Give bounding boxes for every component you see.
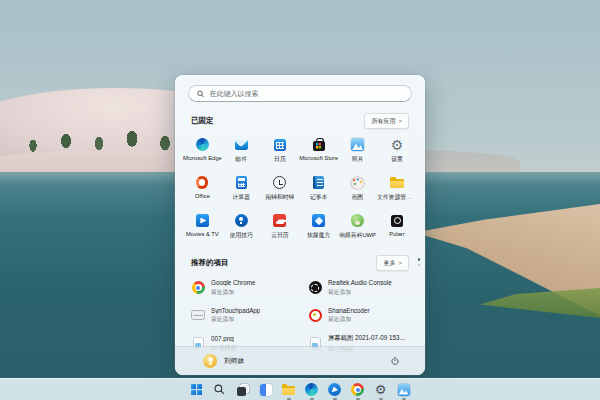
folder-icon xyxy=(282,385,295,395)
shana-icon xyxy=(309,309,322,322)
user-account-button[interactable]: 刘师姝 xyxy=(197,351,250,371)
realtek-icon xyxy=(309,281,322,294)
rec-subtitle: 最近添加 xyxy=(211,288,255,297)
search-icon xyxy=(214,384,225,395)
recommended-grid: Google Chrome 最近添加 Realtek Audio Console… xyxy=(175,271,425,357)
app-label: 画图 xyxy=(352,193,364,202)
pinned-app-mofang[interactable]: 软媒魔方 xyxy=(299,209,338,244)
store-icon xyxy=(313,141,325,151)
recommended-item-realtek[interactable]: Realtek Audio Console 最近添加 xyxy=(302,276,415,300)
recommended-item-syntouchpad[interactable]: SynTouchpadApp 最近添加 xyxy=(185,304,298,328)
edge-icon xyxy=(196,138,209,151)
pinned-app-polarr[interactable]: Polarr xyxy=(377,209,417,244)
calendar-icon xyxy=(274,139,286,151)
power-icon xyxy=(390,356,400,366)
settings-gear-icon: ⚙ xyxy=(391,138,404,152)
edge-icon xyxy=(305,383,318,396)
mail-icon xyxy=(235,140,248,150)
folder-icon xyxy=(390,177,404,188)
search-icon xyxy=(197,90,205,98)
pinned-app-calculator[interactable]: 计算器 xyxy=(222,171,261,206)
app-label: Microsoft Edge xyxy=(183,155,222,161)
start-search-box[interactable] xyxy=(188,85,412,102)
app-label: 使用技巧 xyxy=(230,231,253,240)
all-apps-label: 所有应用 xyxy=(371,117,395,126)
all-apps-button[interactable]: 所有应用 > xyxy=(364,113,409,129)
pinned-app-office[interactable]: Office xyxy=(183,171,222,206)
app-label: 软媒魔方 xyxy=(307,231,330,240)
widgets-icon xyxy=(260,384,272,396)
pinned-header: 已固定 xyxy=(191,116,214,126)
rec-subtitle: 最近添加 xyxy=(211,315,260,324)
movies-tv-icon xyxy=(196,214,209,227)
taskbar: ⚙ xyxy=(0,378,600,400)
start-menu: 已固定 所有应用 > Microsoft Edge 邮件 日历 Microsof… xyxy=(175,75,425,375)
taskbar-edge[interactable] xyxy=(305,383,319,397)
app-label: 萌娘百科UWP xyxy=(339,231,376,240)
office-icon xyxy=(196,176,208,189)
photos-icon xyxy=(351,138,364,151)
pinned-app-cloud-calendar[interactable]: 云日历 xyxy=(261,209,300,244)
app-label: 日历 xyxy=(274,155,286,164)
calculator-icon xyxy=(236,176,247,189)
pinned-app-notepad[interactable]: 记事本 xyxy=(299,171,338,206)
app-label: 邮件 xyxy=(235,155,247,164)
pinned-app-edge[interactable]: Microsoft Edge xyxy=(183,133,222,168)
taskbar-search-button[interactable] xyxy=(213,383,227,397)
chrome-icon xyxy=(192,281,205,294)
pinned-app-file-explorer[interactable]: 文件资源管理器 xyxy=(377,171,417,206)
rec-title: ShanaEncoder xyxy=(328,307,370,314)
paint-icon xyxy=(351,177,364,189)
desktop: 已固定 所有应用 > Microsoft Edge 邮件 日历 Microsof… xyxy=(0,0,600,400)
start-button[interactable] xyxy=(190,383,204,397)
pinned-apps-grid: Microsoft Edge 邮件 日历 Microsoft Store 照片 … xyxy=(175,129,425,244)
pinned-app-photos[interactable]: 照片 xyxy=(338,133,377,168)
taskbar-file-explorer[interactable] xyxy=(282,383,296,397)
cloud-calendar-icon xyxy=(273,214,286,227)
more-button[interactable]: 更多 > xyxy=(376,255,409,271)
taskbar-chrome[interactable] xyxy=(351,383,365,397)
pinned-app-settings[interactable]: ⚙ 设置 xyxy=(377,133,417,168)
pinned-app-mail[interactable]: 邮件 xyxy=(222,133,261,168)
user-name: 刘师姝 xyxy=(224,356,244,366)
app-label: 设置 xyxy=(391,155,403,164)
start-menu-footer: 刘师姝 xyxy=(175,346,425,375)
power-button[interactable] xyxy=(387,353,403,369)
rec-title: 007.png xyxy=(211,335,236,342)
chevron-right-icon: > xyxy=(398,260,402,266)
task-view-button[interactable] xyxy=(236,383,250,397)
rec-title: Google Chrome xyxy=(211,279,255,286)
app-label: 文件资源管理器 xyxy=(377,193,417,202)
moegirl-icon xyxy=(351,214,364,227)
pinned-app-moegirl[interactable]: 萌娘百科UWP xyxy=(338,209,377,244)
recommended-header: 推荐的项目 xyxy=(191,258,229,268)
polarr-icon xyxy=(391,215,403,227)
pinned-app-store[interactable]: Microsoft Store xyxy=(299,133,338,168)
taskbar-settings[interactable]: ⚙ xyxy=(374,383,388,397)
recommended-item-chrome[interactable]: Google Chrome 最近添加 xyxy=(185,276,298,300)
pinned-app-paint[interactable]: 画图 xyxy=(338,171,377,206)
search-input[interactable] xyxy=(210,90,403,97)
chrome-icon xyxy=(351,383,364,396)
taskbar-navigator-app[interactable] xyxy=(328,383,342,397)
app-label: 照片 xyxy=(352,155,364,164)
rec-title: SynTouchpadApp xyxy=(211,307,260,314)
rec-title: 屏幕截图 2021-07-09 153939.png xyxy=(328,334,409,343)
widgets-button[interactable] xyxy=(259,383,273,397)
app-label: Office xyxy=(195,193,210,199)
pinned-app-movies-tv[interactable]: Movies & TV xyxy=(183,209,222,244)
app-label: 记事本 xyxy=(310,193,327,202)
clock-icon xyxy=(273,176,286,189)
pinned-page-indicator[interactable] xyxy=(418,258,421,266)
user-avatar xyxy=(203,354,217,368)
touchpad-icon xyxy=(191,310,205,320)
pinned-app-clock[interactable]: 闹钟和时钟 xyxy=(261,171,300,206)
pinned-app-calendar[interactable]: 日历 xyxy=(261,133,300,168)
app-label: Microsoft Store xyxy=(299,155,338,161)
recommended-item-shanaencoder[interactable]: ShanaEncoder 最近添加 xyxy=(302,304,415,328)
chevron-right-icon: > xyxy=(398,118,402,124)
mofang-icon xyxy=(312,214,325,227)
taskbar-photos[interactable] xyxy=(397,383,411,397)
pinned-app-tips[interactable]: 使用技巧 xyxy=(222,209,261,244)
app-label: 闹钟和时钟 xyxy=(265,193,294,202)
